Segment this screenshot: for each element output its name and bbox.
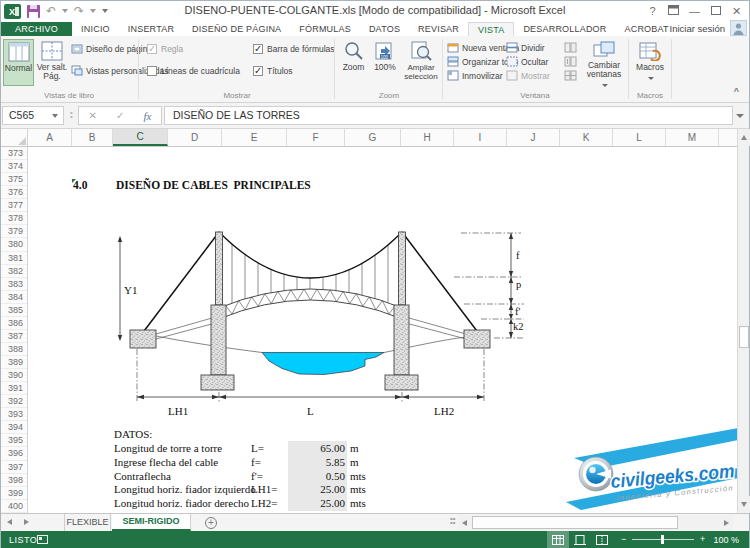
normal-view-button[interactable]: Normal bbox=[3, 39, 34, 86]
macros-button[interactable]: Macros bbox=[632, 39, 668, 86]
tab-datos[interactable]: DATOS bbox=[360, 22, 409, 36]
tab-scroll-splitter[interactable]: •••• bbox=[450, 517, 456, 525]
row-header[interactable]: 390 bbox=[1, 369, 27, 382]
new-sheet-button[interactable]: + bbox=[205, 517, 217, 529]
datos-value[interactable]: 65.00 bbox=[288, 442, 345, 456]
sheet-nav-left-icon[interactable] bbox=[7, 519, 12, 525]
tab-vista[interactable]: VISTA bbox=[468, 22, 514, 36]
datos-value[interactable]: 0.50 bbox=[288, 470, 345, 484]
page-layout-button[interactable]: Diseño de página bbox=[71, 43, 152, 55]
ruler-checkbox-box[interactable] bbox=[147, 44, 157, 54]
column-header-d[interactable]: D bbox=[168, 129, 222, 146]
page-break-preview-button[interactable]: Ver salt. Pág. bbox=[35, 39, 69, 86]
row-header[interactable]: 382 bbox=[1, 265, 27, 278]
tab-desarrollador[interactable]: DESARROLLADOR bbox=[514, 22, 615, 36]
row-header[interactable]: 388 bbox=[1, 343, 27, 356]
row-header[interactable]: 391 bbox=[1, 382, 27, 395]
collapse-ribbon-icon[interactable]: ^ bbox=[734, 86, 739, 96]
horizontal-scroll-thumb[interactable] bbox=[472, 516, 678, 529]
close-button[interactable]: ✕ bbox=[728, 2, 745, 20]
row-header[interactable]: 386 bbox=[1, 317, 27, 330]
help-button[interactable]: ? bbox=[644, 2, 661, 20]
sheet-tab-flexible[interactable]: FLEXIBLE bbox=[64, 514, 111, 531]
zoom-100-button[interactable]: 100 100% bbox=[370, 39, 400, 86]
row-header[interactable]: 373 bbox=[1, 147, 27, 160]
ribbon-display-options-button[interactable] bbox=[665, 2, 682, 20]
zoom-percentage[interactable]: 100 % bbox=[713, 535, 739, 545]
row-header[interactable]: 392 bbox=[1, 395, 27, 408]
tab-formulas[interactable]: FÓRMULAS bbox=[290, 22, 360, 36]
formula-input[interactable]: DISEÑO DE LAS TORRES bbox=[164, 106, 733, 125]
column-header-k[interactable]: K bbox=[560, 129, 613, 146]
column-header-a[interactable]: A bbox=[28, 129, 72, 146]
column-header-m[interactable]: M bbox=[666, 129, 719, 146]
row-header[interactable]: 378 bbox=[1, 212, 27, 225]
scroll-left-button[interactable] bbox=[458, 515, 471, 530]
sheet-tab-semi-rigido[interactable]: SEMI-RIGIDO bbox=[112, 514, 191, 531]
tab-archivo[interactable]: ARCHIVO bbox=[1, 22, 72, 36]
zoom-button[interactable]: Zoom bbox=[338, 39, 369, 86]
row-header[interactable]: 376 bbox=[1, 186, 27, 199]
row-header[interactable]: 394 bbox=[1, 421, 27, 434]
gridlines-checkbox-box[interactable] bbox=[147, 66, 157, 76]
row-header[interactable]: 377 bbox=[1, 199, 27, 212]
row-header[interactable]: 374 bbox=[1, 160, 27, 173]
row-header[interactable]: 389 bbox=[1, 356, 27, 369]
minimize-button[interactable]: — bbox=[686, 2, 703, 20]
hide-window-button[interactable]: Ocultar bbox=[506, 56, 548, 67]
formula-bar-checkbox-box[interactable] bbox=[253, 44, 263, 54]
formula-bar-checkbox[interactable]: Barra de fórmulas bbox=[253, 44, 335, 54]
tab-diseno-de-pagina[interactable]: DISEÑO DE PÁGINA bbox=[183, 22, 290, 36]
zoom-out-button[interactable]: − bbox=[621, 534, 626, 548]
row-header[interactable]: 385 bbox=[1, 304, 27, 317]
horizontal-scrollbar[interactable] bbox=[458, 515, 733, 530]
row-header[interactable]: 393 bbox=[1, 408, 27, 421]
zoom-slider-thumb[interactable] bbox=[661, 535, 664, 544]
column-header-g[interactable]: G bbox=[345, 129, 401, 146]
name-box[interactable]: C565 bbox=[2, 106, 64, 125]
column-header-i[interactable]: I bbox=[454, 129, 507, 146]
expand-formula-bar-icon[interactable] bbox=[736, 114, 744, 118]
row-header[interactable]: 381 bbox=[1, 252, 27, 265]
datos-value[interactable]: 5.85 bbox=[288, 456, 345, 470]
datos-value[interactable]: 25.00 bbox=[288, 483, 345, 497]
name-box-caret[interactable] bbox=[52, 114, 58, 118]
scroll-down-button[interactable] bbox=[738, 496, 750, 513]
page-layout-status-button[interactable] bbox=[569, 531, 591, 548]
insert-function-icon[interactable]: fx bbox=[143, 110, 151, 122]
scroll-right-button[interactable] bbox=[720, 515, 733, 530]
switch-windows-button[interactable]: Cambiar ventanas bbox=[582, 39, 626, 86]
row-header[interactable]: 387 bbox=[1, 330, 27, 343]
worksheet-grid[interactable]: 3733743753763773783793803813823833843853… bbox=[1, 147, 737, 513]
vertical-scrollbar[interactable] bbox=[737, 129, 749, 513]
row-header[interactable]: 380 bbox=[1, 238, 27, 251]
row-header[interactable]: 384 bbox=[1, 291, 27, 304]
column-header-f[interactable]: F bbox=[287, 129, 345, 146]
datos-value[interactable]: 25.00 bbox=[288, 497, 345, 511]
sign-in-link[interactable]: Iniciar sesión bbox=[670, 22, 725, 36]
page-break-status-button[interactable] bbox=[591, 531, 613, 548]
column-header-c[interactable]: C bbox=[113, 129, 168, 146]
column-header-h[interactable]: H bbox=[401, 129, 454, 146]
enter-icon[interactable]: ✓ bbox=[116, 110, 124, 121]
column-header-j[interactable]: J bbox=[507, 129, 560, 146]
column-header-partial[interactable] bbox=[719, 129, 737, 146]
view-side-by-side-icon[interactable] bbox=[564, 42, 577, 53]
synchronous-scrolling-icon[interactable] bbox=[564, 56, 577, 67]
tab-insertar[interactable]: INSERTAR bbox=[119, 22, 183, 36]
formula-bar-splitter[interactable]: •• bbox=[70, 111, 73, 119]
vertical-scroll-thumb[interactable] bbox=[739, 326, 749, 348]
reset-window-position-icon[interactable] bbox=[564, 70, 577, 81]
gridlines-checkbox[interactable]: Líneas de cuadrícula bbox=[147, 66, 240, 76]
sheet-nav-right-icon[interactable] bbox=[24, 519, 29, 525]
unhide-window-button[interactable]: Mostrar bbox=[506, 70, 550, 81]
column-header-e[interactable]: E bbox=[222, 129, 287, 146]
row-header[interactable]: 379 bbox=[1, 225, 27, 238]
row-header[interactable]: 383 bbox=[1, 278, 27, 291]
freeze-panes-button[interactable]: Inmovilizar bbox=[447, 70, 514, 81]
column-header-l[interactable]: L bbox=[613, 129, 666, 146]
column-header-b[interactable]: B bbox=[72, 129, 113, 146]
scroll-up-button[interactable] bbox=[738, 129, 750, 146]
cancel-icon[interactable]: ✕ bbox=[89, 110, 97, 121]
zoom-selection-button[interactable]: Ampliar selección bbox=[401, 39, 441, 86]
